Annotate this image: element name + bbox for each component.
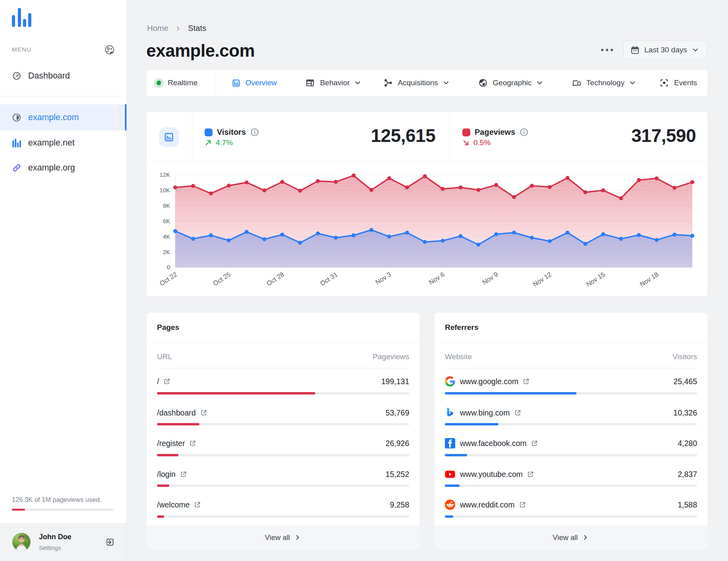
svg-text:0: 0 xyxy=(167,264,170,270)
svg-text:Nov 15: Nov 15 xyxy=(585,270,606,288)
svg-text:Oct 28: Oct 28 xyxy=(265,270,285,287)
svg-text:6K: 6K xyxy=(163,218,170,224)
svg-text:Nov 18: Nov 18 xyxy=(638,270,660,288)
svg-text:4K: 4K xyxy=(163,233,170,240)
svg-text:2K: 2K xyxy=(163,249,170,255)
svg-text:Nov 9: Nov 9 xyxy=(481,270,499,286)
svg-text:8K: 8K xyxy=(163,202,170,209)
svg-text:Nov 6: Nov 6 xyxy=(427,270,446,286)
svg-text:Oct 22: Oct 22 xyxy=(158,270,178,287)
svg-text:Oct 31: Oct 31 xyxy=(319,270,339,287)
svg-text:Oct 25: Oct 25 xyxy=(212,270,232,287)
svg-text:Nov 3: Nov 3 xyxy=(374,270,392,286)
svg-text:12K: 12K xyxy=(159,171,170,178)
svg-text:10K: 10K xyxy=(159,187,170,193)
svg-text:Nov 12: Nov 12 xyxy=(531,270,553,288)
